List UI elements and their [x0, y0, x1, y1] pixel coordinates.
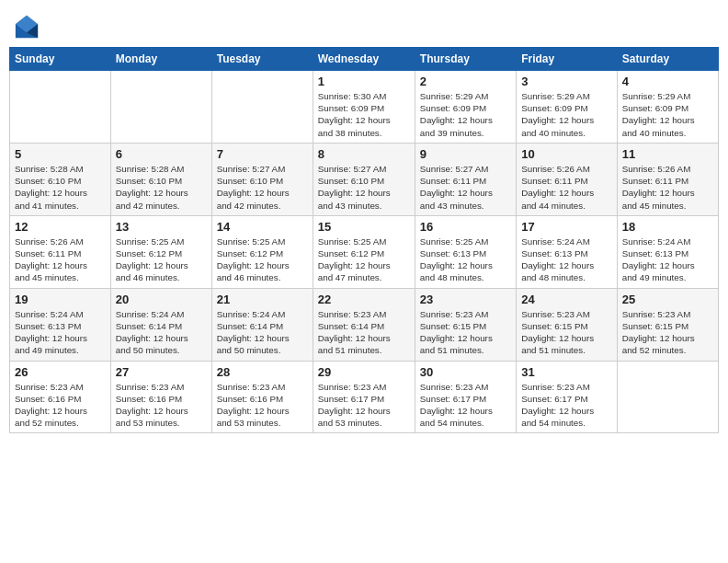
- calendar-week-row: 26Sunrise: 5:23 AM Sunset: 6:16 PM Dayli…: [10, 361, 719, 433]
- day-of-week-header: Wednesday: [313, 48, 415, 71]
- calendar-cell: [10, 71, 111, 144]
- day-number: 27: [116, 365, 207, 379]
- day-info: Sunrise: 5:26 AM Sunset: 6:11 PM Dayligh…: [15, 236, 106, 284]
- calendar-cell: [211, 71, 313, 144]
- calendar-header-row: SundayMondayTuesdayWednesdayThursdayFrid…: [10, 48, 719, 71]
- calendar-cell: 26Sunrise: 5:23 AM Sunset: 6:16 PM Dayli…: [10, 361, 111, 433]
- day-info: Sunrise: 5:24 AM Sunset: 6:14 PM Dayligh…: [116, 308, 207, 357]
- day-number: 30: [420, 365, 511, 379]
- day-number: 7: [217, 147, 308, 161]
- calendar-cell: 22Sunrise: 5:23 AM Sunset: 6:14 PM Dayli…: [313, 288, 415, 361]
- day-info: Sunrise: 5:23 AM Sunset: 6:17 PM Dayligh…: [521, 381, 612, 430]
- day-number: 3: [521, 75, 612, 88]
- day-number: 18: [622, 220, 713, 234]
- day-info: Sunrise: 5:30 AM Sunset: 6:09 PM Dayligh…: [318, 90, 410, 139]
- day-number: 15: [318, 220, 410, 234]
- page-header: [9, 9, 719, 40]
- calendar-cell: 8Sunrise: 5:27 AM Sunset: 6:10 PM Daylig…: [313, 143, 415, 215]
- day-of-week-header: Tuesday: [211, 48, 313, 71]
- calendar-cell: 15Sunrise: 5:25 AM Sunset: 6:12 PM Dayli…: [313, 215, 415, 288]
- day-number: 26: [15, 365, 106, 379]
- day-number: 19: [15, 293, 106, 306]
- day-info: Sunrise: 5:28 AM Sunset: 6:10 PM Dayligh…: [116, 163, 207, 212]
- day-info: Sunrise: 5:27 AM Sunset: 6:10 PM Dayligh…: [318, 163, 410, 212]
- day-info: Sunrise: 5:24 AM Sunset: 6:13 PM Dayligh…: [15, 308, 106, 357]
- day-number: 4: [622, 75, 713, 88]
- day-info: Sunrise: 5:23 AM Sunset: 6:16 PM Dayligh…: [15, 381, 106, 430]
- calendar-cell: 28Sunrise: 5:23 AM Sunset: 6:16 PM Dayli…: [211, 361, 313, 433]
- day-number: 23: [420, 293, 511, 306]
- calendar-cell: 13Sunrise: 5:25 AM Sunset: 6:12 PM Dayli…: [110, 215, 211, 288]
- calendar-cell: 11Sunrise: 5:26 AM Sunset: 6:11 PM Dayli…: [617, 143, 718, 215]
- calendar-cell: 12Sunrise: 5:26 AM Sunset: 6:11 PM Dayli…: [10, 215, 111, 288]
- calendar-cell: 29Sunrise: 5:23 AM Sunset: 6:17 PM Dayli…: [313, 361, 415, 433]
- calendar-cell: 23Sunrise: 5:23 AM Sunset: 6:15 PM Dayli…: [415, 288, 516, 361]
- day-info: Sunrise: 5:24 AM Sunset: 6:14 PM Dayligh…: [217, 308, 308, 357]
- calendar-week-row: 12Sunrise: 5:26 AM Sunset: 6:11 PM Dayli…: [10, 215, 719, 288]
- day-number: 24: [521, 293, 612, 306]
- day-info: Sunrise: 5:25 AM Sunset: 6:13 PM Dayligh…: [420, 236, 511, 284]
- day-number: 1: [318, 75, 410, 88]
- day-number: 22: [318, 293, 410, 306]
- day-of-week-header: Friday: [517, 48, 618, 71]
- calendar-cell: [110, 71, 211, 144]
- calendar-cell: 3Sunrise: 5:29 AM Sunset: 6:09 PM Daylig…: [517, 71, 618, 144]
- calendar-cell: 17Sunrise: 5:24 AM Sunset: 6:13 PM Dayli…: [517, 215, 618, 288]
- day-info: Sunrise: 5:29 AM Sunset: 6:09 PM Dayligh…: [420, 90, 511, 139]
- day-info: Sunrise: 5:26 AM Sunset: 6:11 PM Dayligh…: [521, 163, 612, 212]
- day-number: 12: [15, 220, 106, 234]
- logo-icon: [14, 14, 40, 40]
- day-info: Sunrise: 5:28 AM Sunset: 6:10 PM Dayligh…: [15, 163, 106, 212]
- day-number: 31: [521, 365, 612, 379]
- day-number: 28: [217, 365, 308, 379]
- logo: [14, 14, 43, 40]
- day-info: Sunrise: 5:24 AM Sunset: 6:13 PM Dayligh…: [622, 236, 713, 284]
- day-info: Sunrise: 5:23 AM Sunset: 6:17 PM Dayligh…: [420, 381, 511, 430]
- calendar-cell: 2Sunrise: 5:29 AM Sunset: 6:09 PM Daylig…: [415, 71, 516, 144]
- day-number: 8: [318, 147, 410, 161]
- day-number: 20: [116, 293, 207, 306]
- calendar-cell: 19Sunrise: 5:24 AM Sunset: 6:13 PM Dayli…: [10, 288, 111, 361]
- day-info: Sunrise: 5:27 AM Sunset: 6:11 PM Dayligh…: [420, 163, 511, 212]
- calendar-week-row: 5Sunrise: 5:28 AM Sunset: 6:10 PM Daylig…: [10, 143, 719, 215]
- calendar-cell: 25Sunrise: 5:23 AM Sunset: 6:15 PM Dayli…: [617, 288, 718, 361]
- day-info: Sunrise: 5:27 AM Sunset: 6:10 PM Dayligh…: [217, 163, 308, 212]
- day-info: Sunrise: 5:24 AM Sunset: 6:13 PM Dayligh…: [521, 236, 612, 284]
- day-number: 29: [318, 365, 410, 379]
- calendar-cell: 6Sunrise: 5:28 AM Sunset: 6:10 PM Daylig…: [110, 143, 211, 215]
- day-of-week-header: Sunday: [10, 48, 111, 71]
- calendar-cell: 10Sunrise: 5:26 AM Sunset: 6:11 PM Dayli…: [517, 143, 618, 215]
- day-info: Sunrise: 5:23 AM Sunset: 6:15 PM Dayligh…: [521, 308, 612, 357]
- calendar-cell: 5Sunrise: 5:28 AM Sunset: 6:10 PM Daylig…: [10, 143, 111, 215]
- calendar-cell: 30Sunrise: 5:23 AM Sunset: 6:17 PM Dayli…: [415, 361, 516, 433]
- day-info: Sunrise: 5:29 AM Sunset: 6:09 PM Dayligh…: [521, 90, 612, 139]
- day-number: 2: [420, 75, 511, 88]
- day-info: Sunrise: 5:23 AM Sunset: 6:14 PM Dayligh…: [318, 308, 410, 357]
- calendar-week-row: 1Sunrise: 5:30 AM Sunset: 6:09 PM Daylig…: [10, 71, 719, 144]
- calendar-cell: [617, 361, 718, 433]
- calendar-cell: 14Sunrise: 5:25 AM Sunset: 6:12 PM Dayli…: [211, 215, 313, 288]
- calendar-cell: 1Sunrise: 5:30 AM Sunset: 6:09 PM Daylig…: [313, 71, 415, 144]
- day-number: 9: [420, 147, 511, 161]
- day-info: Sunrise: 5:23 AM Sunset: 6:17 PM Dayligh…: [318, 381, 410, 430]
- day-number: 25: [622, 293, 713, 306]
- day-number: 21: [217, 293, 308, 306]
- calendar-cell: 4Sunrise: 5:29 AM Sunset: 6:09 PM Daylig…: [617, 71, 718, 144]
- calendar-week-row: 19Sunrise: 5:24 AM Sunset: 6:13 PM Dayli…: [10, 288, 719, 361]
- day-info: Sunrise: 5:29 AM Sunset: 6:09 PM Dayligh…: [622, 90, 713, 139]
- day-info: Sunrise: 5:26 AM Sunset: 6:11 PM Dayligh…: [622, 163, 713, 212]
- calendar-cell: 7Sunrise: 5:27 AM Sunset: 6:10 PM Daylig…: [211, 143, 313, 215]
- calendar-cell: 31Sunrise: 5:23 AM Sunset: 6:17 PM Dayli…: [517, 361, 618, 433]
- calendar-table: SundayMondayTuesdayWednesdayThursdayFrid…: [9, 47, 719, 433]
- day-number: 16: [420, 220, 511, 234]
- day-info: Sunrise: 5:25 AM Sunset: 6:12 PM Dayligh…: [318, 236, 410, 284]
- calendar-cell: 18Sunrise: 5:24 AM Sunset: 6:13 PM Dayli…: [617, 215, 718, 288]
- day-number: 6: [116, 147, 207, 161]
- day-of-week-header: Thursday: [415, 48, 516, 71]
- day-info: Sunrise: 5:23 AM Sunset: 6:16 PM Dayligh…: [217, 381, 308, 430]
- calendar-cell: 21Sunrise: 5:24 AM Sunset: 6:14 PM Dayli…: [211, 288, 313, 361]
- day-number: 14: [217, 220, 308, 234]
- day-info: Sunrise: 5:23 AM Sunset: 6:16 PM Dayligh…: [116, 381, 207, 430]
- day-number: 13: [116, 220, 207, 234]
- day-number: 11: [622, 147, 713, 161]
